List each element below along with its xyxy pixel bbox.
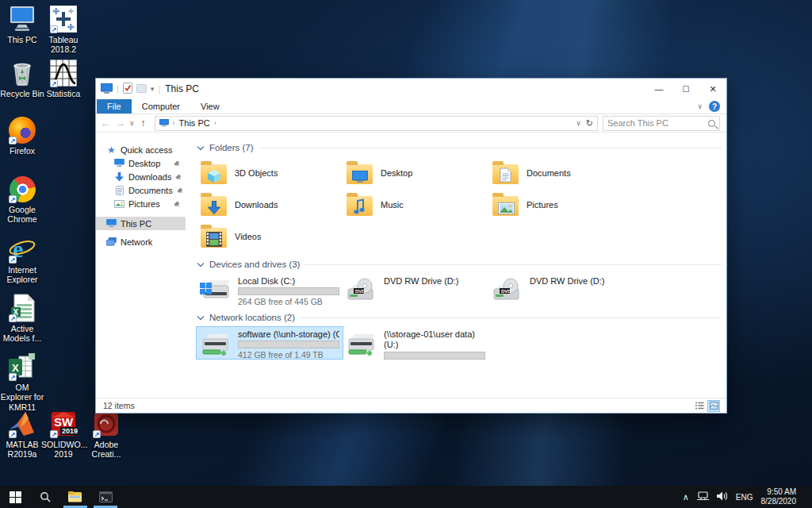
group-title: Network locations (2)	[209, 313, 295, 322]
tile-music[interactable]: Music	[343, 189, 488, 221]
recent-locations-chevron-icon[interactable]: ∨	[129, 119, 135, 127]
search-icon[interactable]	[708, 120, 715, 127]
taskbar-search-button[interactable]	[30, 486, 60, 508]
excel-document-icon: X ↗	[8, 294, 36, 322]
volume-icon[interactable]	[717, 490, 728, 504]
desktop-icon-active-models[interactable]: X ↗ Active Models f...	[0, 294, 44, 344]
close-button[interactable]: ✕	[699, 79, 726, 99]
up-button[interactable]: ↑	[137, 117, 150, 129]
shortcut-arrow-icon: ↗	[9, 373, 17, 381]
sidebar-item-downloads[interactable]: Downloads	[96, 170, 186, 183]
pin-icon	[177, 186, 183, 195]
desktop-icon-matlab[interactable]: ↗ MATLAB R2019a	[0, 410, 44, 460]
pin-icon	[175, 172, 182, 182]
tab-file[interactable]: File	[97, 99, 132, 114]
network-icon[interactable]	[697, 490, 709, 504]
sidebar-item-desktop[interactable]: Desktop	[96, 156, 186, 170]
refresh-icon[interactable]: ↻	[586, 118, 593, 129]
taskbar-file-explorer-button[interactable]	[60, 486, 90, 508]
title-bar[interactable]: | ▾ | This PC — ☐ ✕	[96, 79, 726, 99]
maximize-button[interactable]: ☐	[672, 79, 699, 99]
address-bar[interactable]: › This PC › ∨ ↻	[155, 116, 598, 131]
tile-network-drive-u[interactable]: (\\storage-01\user data) (U:)	[343, 327, 488, 359]
sidebar-item-this-pc[interactable]: This PC	[96, 217, 186, 230]
tile-documents[interactable]: Documents	[488, 157, 634, 189]
desktop-icon-solidworks[interactable]: SW2019 ↗ SOLIDWO... 2019	[41, 410, 86, 460]
chrome-icon: ↗	[8, 175, 36, 203]
desktop-icon-recycle-bin[interactable]: Recycle Bin	[0, 59, 44, 98]
sidebar-item-quick-access[interactable]: ★ Quick access	[96, 143, 186, 156]
tile-downloads[interactable]: Downloads	[197, 189, 343, 221]
address-dropdown-chevron-icon[interactable]: ∨	[576, 119, 581, 127]
search-box[interactable]	[603, 116, 720, 131]
desktop-icon-adobe-cc[interactable]: ↗ Adobe Creati...	[84, 410, 128, 460]
desktop-icon-label: MATLAB R2019a	[0, 440, 44, 460]
window-title: This PC	[165, 83, 199, 94]
desktop-icon-internet-explorer[interactable]: e ↗ Internet Explorer	[0, 235, 44, 285]
desktop-icon-label: This PC	[0, 35, 44, 44]
collapse-chevron-icon[interactable]	[197, 315, 205, 321]
tile-pictures[interactable]: Pictures	[488, 189, 634, 221]
tray-date: 8/28/2020	[761, 497, 797, 507]
desktop-icon-label: OM Explorer for KMR11	[0, 383, 44, 412]
shortcut-arrow-icon: ↗	[9, 314, 17, 322]
desktop-icon-om-explorer[interactable]: X ↗ OM Explorer for KMR11	[0, 352, 44, 412]
customize-toolbar-chevron-icon[interactable]: ▾	[151, 85, 155, 93]
breadcrumb-separator[interactable]: ›	[214, 119, 216, 127]
desktop-icon-this-pc[interactable]: This PC	[0, 5, 44, 44]
breadcrumb[interactable]: This PC	[179, 118, 210, 128]
drives-group-header[interactable]: Devices and drives (3)	[197, 257, 722, 271]
tray-chevron-icon[interactable]: ∧	[683, 492, 689, 502]
tile-3d-objects[interactable]: 3D Objects	[197, 157, 343, 189]
tile-desktop[interactable]: Desktop	[343, 157, 488, 189]
folders-group-header[interactable]: Folders (7)	[197, 140, 722, 155]
tile-videos[interactable]: Videos	[197, 221, 343, 252]
tile-dvd-drive-1[interactable]: DVD DVD RW Drive (D:)	[343, 274, 488, 306]
new-folder-icon[interactable]	[136, 83, 147, 95]
tab-view[interactable]: View	[190, 99, 230, 114]
desktop-icon-tableau[interactable]: ↗ Tableau 2018.2	[41, 5, 86, 55]
group-title: Devices and drives (3)	[209, 260, 300, 269]
desktop-icon-firefox[interactable]: ↗ Firefox	[0, 116, 44, 156]
minimize-button[interactable]: —	[645, 79, 672, 99]
sidebar-item-documents[interactable]: Documents	[96, 183, 186, 197]
ribbon-tabs: File Computer View ∨ ?	[96, 99, 726, 114]
tab-computer[interactable]: Computer	[132, 99, 190, 114]
tile-network-drive-o[interactable]: software (\\unh-storage) (O:) 412 GB fre…	[197, 327, 343, 359]
windows-logo-icon	[10, 491, 21, 503]
network-group-header[interactable]: Network locations (2)	[197, 310, 722, 325]
expand-ribbon-chevron-icon[interactable]: ∨	[697, 102, 703, 110]
system-menu-icon[interactable]	[101, 83, 113, 95]
file-explorer-window: | ▾ | This PC — ☐ ✕ File Computer View ∨…	[95, 78, 727, 414]
desktop-icon-label: Adobe Creati...	[84, 440, 128, 460]
shortcut-arrow-icon: ↗	[50, 79, 58, 87]
back-button[interactable]: ←	[99, 117, 112, 129]
taskbar-command-prompt-button[interactable]	[90, 486, 121, 508]
shortcut-arrow-icon: ↗	[9, 137, 17, 144]
tile-local-disk-c[interactable]: Local Disk (C:) 264 GB free of 445 GB	[197, 274, 343, 306]
tray-time: 9:50 AM	[761, 487, 797, 498]
collapse-chevron-icon[interactable]	[197, 262, 205, 267]
folder-music-icon	[346, 193, 374, 217]
sidebar-item-network[interactable]: Network	[96, 235, 186, 248]
forward-button[interactable]: →	[114, 117, 127, 129]
sidebar-item-pictures[interactable]: Pictures	[96, 197, 186, 210]
details-view-button[interactable]	[694, 401, 705, 411]
adobe-cc-icon: ↗	[92, 410, 121, 438]
tableau-icon: ↗	[49, 5, 78, 33]
properties-icon[interactable]	[123, 83, 132, 95]
tile-dvd-drive-2[interactable]: DVD DVD RW Drive (D:)	[488, 274, 634, 306]
desktop-icon-label: Active Models f...	[0, 324, 44, 344]
collapse-chevron-icon[interactable]	[197, 145, 205, 151]
language-indicator[interactable]: ENG	[736, 493, 753, 502]
clock[interactable]: 9:50 AM 8/28/2020	[761, 487, 797, 507]
desktop-icon-label: Statistica	[41, 89, 86, 98]
desktop-icon-google-chrome[interactable]: ↗ Google Chrome	[0, 175, 44, 225]
thumbnails-view-button[interactable]	[708, 401, 719, 411]
shortcut-arrow-icon: ↗	[9, 195, 17, 203]
help-icon[interactable]: ?	[709, 101, 720, 112]
folder-videos-icon	[200, 225, 228, 248]
search-input[interactable]	[607, 118, 708, 128]
start-button[interactable]	[0, 486, 30, 508]
desktop-icon-statistica[interactable]: ↗ Statistica	[41, 59, 86, 98]
